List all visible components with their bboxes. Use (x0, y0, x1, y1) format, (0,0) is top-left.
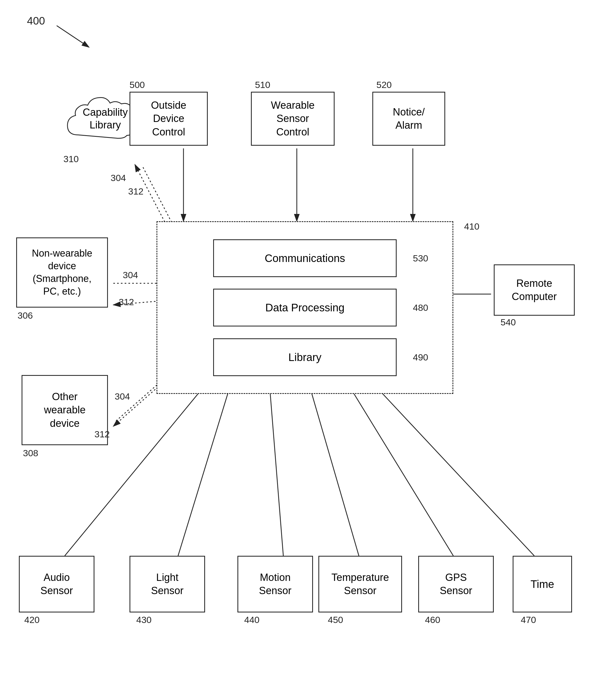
svg-line-9 (310, 389, 359, 556)
label-520: 520 (376, 80, 392, 90)
label-312c: 312 (94, 429, 110, 440)
label-490: 490 (413, 351, 428, 363)
label-470: 470 (521, 615, 536, 625)
temperature-sensor-box: TemperatureSensor (318, 556, 402, 613)
non-wearable-box: Non-wearabledevice(Smartphone,PC, etc.) (16, 238, 108, 308)
label-400: 400 (27, 15, 45, 27)
label-304c: 304 (115, 391, 130, 402)
wearable-sensor-control-box: WearableSensorControl (251, 92, 335, 146)
label-312a: 312 (128, 186, 144, 197)
label-460: 460 (425, 615, 440, 625)
svg-line-10 (351, 389, 453, 556)
svg-line-7 (178, 389, 229, 556)
label-430: 430 (136, 615, 152, 625)
label-440: 440 (244, 615, 260, 625)
label-420: 420 (24, 615, 40, 625)
main-container: Communications 530 Data Processing 480 L… (156, 221, 453, 394)
label-304b: 304 (123, 270, 138, 280)
svg-line-2 (57, 26, 89, 47)
label-540: 540 (501, 317, 516, 328)
label-500: 500 (130, 80, 145, 90)
label-450: 450 (328, 615, 343, 625)
svg-line-8 (270, 389, 283, 556)
label-308: 308 (23, 448, 38, 459)
label-306: 306 (18, 310, 33, 321)
diagram: 400 CapabilityLibrary 310 312 304 Non-we… (0, 0, 616, 688)
communications-box: Communications 530 (213, 239, 397, 277)
label-510: 510 (255, 80, 270, 90)
label-410: 410 (464, 221, 480, 232)
remote-computer-box: RemoteComputer (494, 264, 575, 316)
gps-sensor-box: GPSSensor (418, 556, 494, 613)
library-box: Library 490 (213, 338, 397, 376)
label-530: 530 (413, 252, 428, 264)
label-304a: 304 (111, 173, 126, 183)
outside-device-control-box: OutsideDeviceControl (130, 92, 208, 146)
label-480: 480 (413, 302, 428, 313)
time-box: Time (513, 556, 572, 613)
notice-alarm-box: Notice/Alarm (372, 92, 445, 146)
svg-line-11 (378, 389, 534, 556)
capability-library-label: CapabilityLibrary (83, 106, 128, 132)
light-sensor-box: LightSensor (130, 556, 205, 613)
data-processing-box: Data Processing 480 (213, 289, 397, 327)
label-312b: 312 (119, 297, 134, 307)
label-310: 310 (63, 154, 79, 164)
motion-sensor-box: MotionSensor (238, 556, 313, 613)
audio-sensor-box: AudioSensor (19, 556, 94, 613)
